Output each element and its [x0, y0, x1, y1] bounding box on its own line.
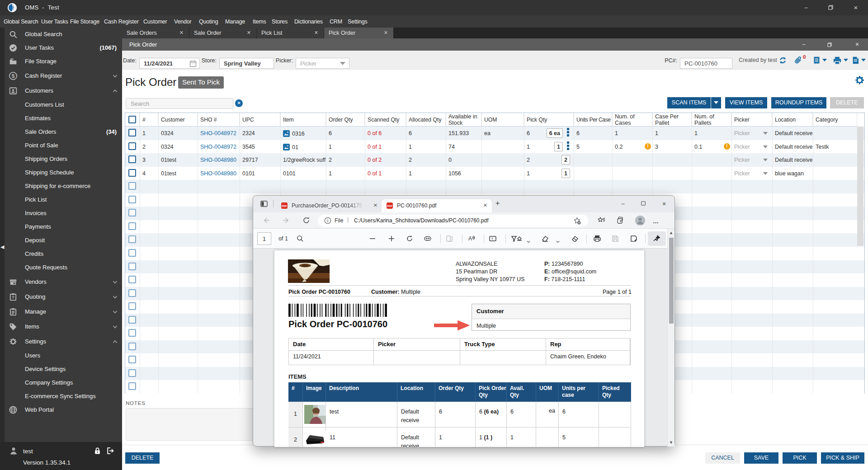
- svg-text:T: T: [491, 237, 494, 241]
- svg-text:$: $: [12, 73, 15, 79]
- svg-text:?: ?: [12, 295, 14, 300]
- svg-text:A: A: [468, 235, 472, 242]
- svg-text:PDF: PDF: [282, 205, 287, 207]
- svg-text:PDF: PDF: [387, 205, 392, 207]
